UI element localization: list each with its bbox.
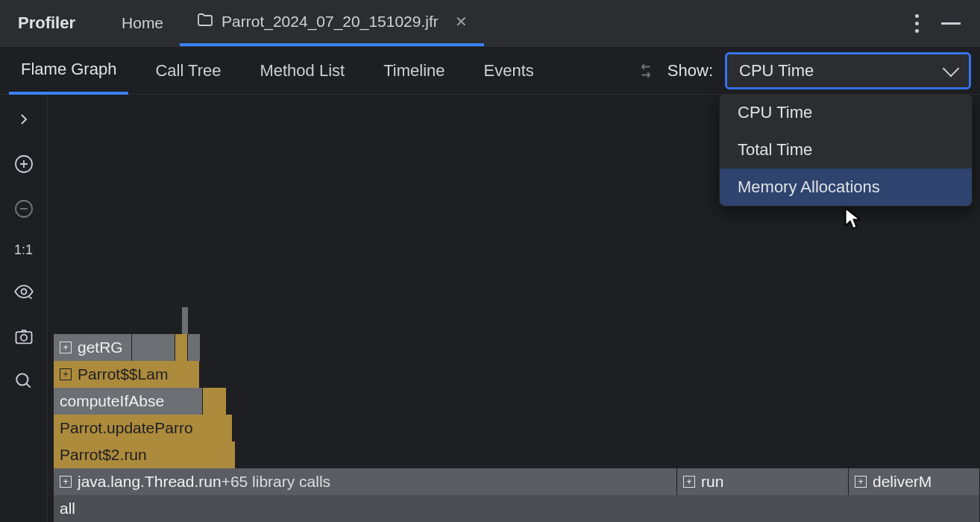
flame-cell-label: computeIfAbse [60, 392, 164, 410]
expand-icon[interactable]: + [683, 476, 695, 488]
toolbar: Flame Graph Call Tree Method List Timeli… [0, 46, 980, 95]
tab-file[interactable]: Parrot_2024_07_20_151029.jfr ✕ [180, 0, 484, 46]
flame-row: + java.lang.Thread.run +65 library calls… [54, 468, 980, 495]
titlebar-right [915, 14, 971, 33]
titlebar: Profiler Home Parrot_2024_07_20_151029.j… [0, 0, 980, 46]
cursor-icon [844, 207, 862, 233]
toolbar-right: Show: CPU Time [636, 52, 971, 89]
expand-icon[interactable]: + [60, 368, 72, 380]
svg-point-2 [21, 289, 26, 295]
zoom-out-icon[interactable] [13, 198, 35, 220]
flame-row: Parrot.updateParro [54, 415, 980, 441]
flame-row: Parrot$2.run [54, 441, 980, 468]
titlebar-tabs: Home Parrot_2024_07_20_151029.jfr ✕ [105, 0, 484, 46]
flame-cell[interactable]: Parrot$2.run [54, 441, 236, 468]
dropdown-item-memory-allocations[interactable]: Memory Allocations [720, 169, 972, 206]
tab-events[interactable]: Events [472, 47, 546, 95]
tab-events-label: Events [484, 61, 534, 81]
flame-cell-label: Parrot$$Lam [78, 365, 168, 383]
tab-timeline-label: Timeline [383, 61, 445, 81]
dropdown-item-cpu-time[interactable]: CPU Time [720, 94, 972, 131]
flame-cell[interactable]: + java.lang.Thread.run +65 library calls [54, 468, 677, 495]
flame-row: all [54, 495, 980, 522]
flame-cell[interactable] [203, 388, 227, 415]
folder-icon [196, 11, 214, 33]
flame-cell-label: run [701, 473, 723, 491]
dropdown-item-total-time[interactable]: Total Time [720, 131, 972, 169]
chevron-down-icon [943, 60, 960, 77]
show-dropdown-menu: CPU Time Total Time Memory Allocations [719, 93, 973, 207]
flame-row: + getRG [54, 334, 980, 361]
tab-flame-graph-label: Flame Graph [21, 60, 116, 79]
show-dropdown[interactable]: CPU Time [725, 52, 971, 89]
flame-cell-all[interactable]: all [54, 495, 980, 522]
show-label: Show: [668, 61, 713, 81]
eye-icon[interactable] [13, 280, 35, 303]
left-rail: 1:1 [0, 95, 48, 522]
close-icon[interactable]: ✕ [455, 13, 468, 31]
expand-icon[interactable]: + [60, 476, 72, 488]
flame-rows: + getRG + Parrot$$Lam computeIfAbse [54, 334, 980, 522]
tab-flame-graph[interactable]: Flame Graph [9, 47, 128, 95]
tab-method-list-label: Method List [260, 61, 345, 81]
flame-cell[interactable] [188, 334, 201, 361]
flame-row: + Parrot$$Lam [54, 361, 980, 388]
app-title: Profiler [18, 13, 75, 33]
zoom-in-icon[interactable] [13, 153, 35, 175]
expand-icon[interactable]: + [60, 342, 72, 353]
more-options-icon[interactable] [915, 14, 919, 33]
flame-cell-label: Parrot.updateParro [60, 419, 193, 437]
expand-icon[interactable]: + [855, 476, 867, 488]
show-dropdown-value: CPU Time [739, 61, 814, 81]
tab-timeline[interactable]: Timeline [371, 47, 456, 95]
minimize-icon[interactable] [941, 22, 961, 25]
camera-icon[interactable] [13, 325, 35, 348]
flame-cell-suffix: +65 library calls [222, 473, 330, 491]
flame-cell[interactable] [175, 334, 188, 361]
flame-cell[interactable]: + run [677, 468, 849, 495]
flame-cell[interactable]: + deliverM [849, 468, 980, 495]
swap-icon[interactable] [636, 61, 656, 81]
flame-cell-label: Parrot$2.run [60, 446, 147, 464]
svg-rect-3 [16, 332, 31, 343]
flame-cell[interactable]: computeIfAbse [54, 388, 203, 415]
flame-sliver [182, 307, 188, 334]
svg-point-5 [16, 374, 28, 385]
search-icon[interactable] [13, 370, 35, 392]
expand-right-icon[interactable] [13, 108, 35, 130]
flame-cell-label: deliverM [873, 473, 932, 491]
flame-cell[interactable] [132, 334, 175, 361]
tab-home-label: Home [122, 14, 163, 32]
tab-call-tree[interactable]: Call Tree [143, 47, 233, 95]
flame-cell-label: all [60, 500, 75, 518]
flame-cell[interactable]: Parrot.updateParro [54, 415, 233, 441]
zoom-fit-button[interactable]: 1:1 [14, 242, 33, 258]
flame-cell-label: getRG [78, 339, 123, 356]
flame-row: computeIfAbse [54, 388, 980, 415]
tab-method-list[interactable]: Method List [248, 47, 356, 95]
flame-cell-label: java.lang.Thread.run [78, 473, 222, 491]
flame-cell[interactable]: + Parrot$$Lam [54, 361, 200, 388]
tab-call-tree-label: Call Tree [155, 61, 221, 81]
flame-cell[interactable]: + getRG [54, 334, 132, 361]
tab-file-label: Parrot_2024_07_20_151029.jfr [222, 13, 439, 31]
tab-home[interactable]: Home [105, 0, 180, 46]
svg-point-4 [20, 335, 26, 341]
